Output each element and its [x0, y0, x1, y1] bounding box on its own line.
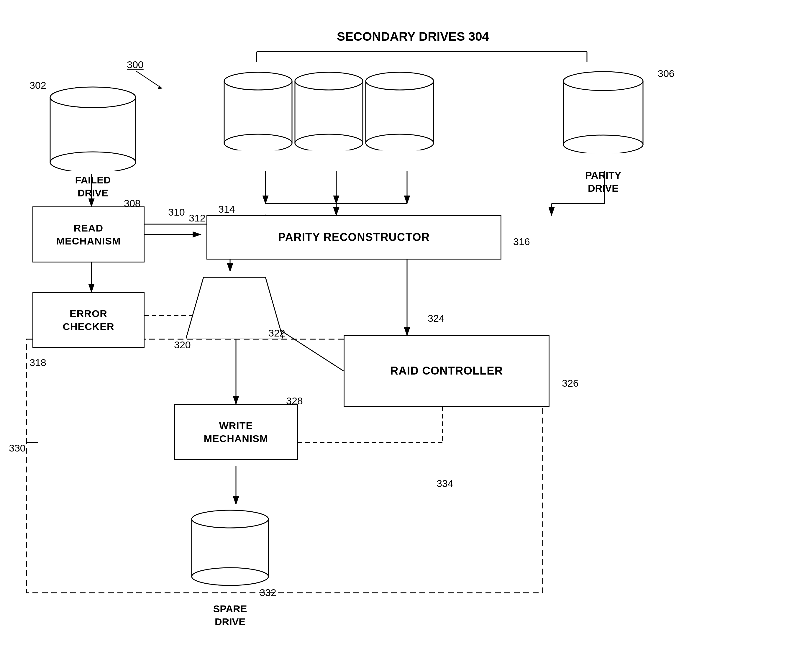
- svg-point-27: [50, 87, 136, 108]
- error-checker-box: ERROR CHECKER: [32, 292, 145, 348]
- ref-328: 328: [286, 395, 303, 407]
- spare-drive-label: SPARE DRIVE: [213, 589, 247, 629]
- ref-326: 326: [562, 377, 579, 389]
- ref-314: 314: [218, 203, 235, 215]
- write-mechanism-box: WRITE MECHANISM: [174, 404, 298, 460]
- svg-line-45: [136, 71, 162, 88]
- svg-point-44: [192, 568, 269, 585]
- svg-point-33: [295, 72, 363, 90]
- raid-controller-box: RAID CONTROLLER: [343, 335, 549, 407]
- ref-324: 324: [428, 313, 444, 324]
- diagram-container: SECONDARY DRIVES 304 300 FAILED DRIVE 30…: [0, 0, 812, 650]
- ref-334: 334: [437, 478, 453, 489]
- ref-320: 320: [174, 339, 191, 351]
- svg-point-39: [563, 72, 643, 90]
- ref-332: 332: [259, 587, 276, 598]
- ref-318: 318: [29, 357, 46, 368]
- ref-308: 308: [124, 198, 141, 209]
- spare-drive-cylinder: SPARE DRIVE: [189, 504, 271, 629]
- ref-316: 316: [513, 236, 530, 247]
- ref-300-arrow: [136, 68, 171, 93]
- parity-drive-cylinder: PARITY DRIVE: [560, 65, 646, 195]
- svg-point-36: [366, 72, 433, 90]
- secondary-drive-3: [363, 65, 437, 150]
- ref-310: 310: [168, 206, 185, 218]
- svg-point-34: [295, 134, 363, 150]
- svg-point-43: [192, 510, 269, 528]
- read-mechanism-box: READ MECHANISM: [32, 206, 145, 262]
- ref-322: 322: [269, 327, 285, 339]
- secondary-drive-1: [221, 65, 295, 150]
- secondary-drives-label: SECONDARY DRIVES 304: [206, 29, 620, 44]
- parity-reconstructor-box: PARITY RECONSTRUCTOR: [206, 215, 501, 259]
- svg-point-30: [224, 72, 292, 90]
- ref-302: 302: [29, 79, 46, 91]
- ref-306: 306: [658, 68, 675, 79]
- failed-drive-label: FAILED DRIVE: [75, 173, 111, 199]
- ref-312: 312: [189, 212, 206, 224]
- parity-drive-label: PARITY DRIVE: [585, 156, 621, 195]
- svg-point-40: [563, 135, 643, 153]
- svg-point-28: [50, 152, 136, 171]
- failed-drive-cylinder: FAILED DRIVE: [47, 79, 139, 199]
- ref-330: 330: [9, 442, 26, 454]
- svg-point-31: [224, 134, 292, 150]
- secondary-drive-2: [292, 65, 366, 150]
- svg-point-37: [366, 134, 433, 150]
